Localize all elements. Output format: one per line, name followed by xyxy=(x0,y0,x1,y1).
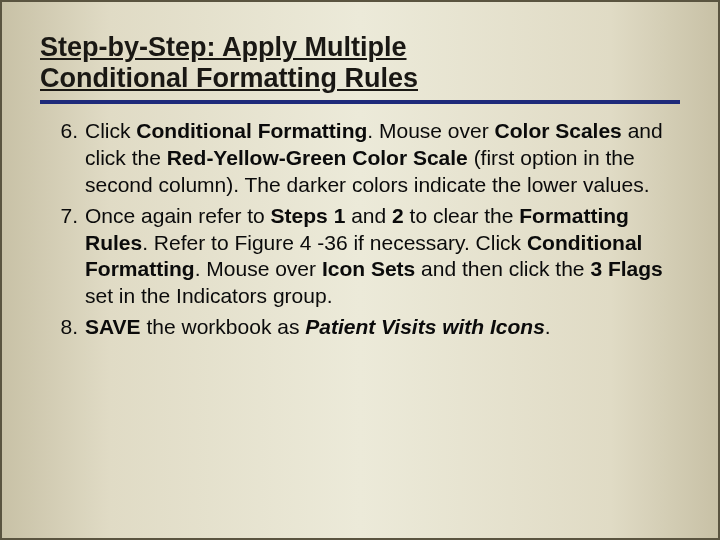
slide-title: Step-by-Step: Apply Multiple Conditional… xyxy=(40,32,680,94)
title-line-2: Conditional Formatting Rules xyxy=(40,63,418,93)
step-number: 8. xyxy=(50,314,78,341)
step-7: 7. Once again refer to Steps 1 and 2 to … xyxy=(85,203,680,311)
title-divider xyxy=(40,100,680,104)
step-text: Once again refer to Steps 1 and 2 to cle… xyxy=(85,204,663,308)
step-number: 6. xyxy=(50,118,78,145)
step-text: Click Conditional Formatting. Mouse over… xyxy=(85,119,663,196)
step-text: SAVE the workbook as Patient Visits with… xyxy=(85,315,551,338)
slide-container: Step-by-Step: Apply Multiple Conditional… xyxy=(0,0,720,540)
step-8: 8. SAVE the workbook as Patient Visits w… xyxy=(85,314,680,341)
title-line-1: Step-by-Step: Apply Multiple xyxy=(40,32,407,62)
step-number: 7. xyxy=(50,203,78,230)
steps-list: 6. Click Conditional Formatting. Mouse o… xyxy=(40,118,680,341)
step-6: 6. Click Conditional Formatting. Mouse o… xyxy=(85,118,680,199)
